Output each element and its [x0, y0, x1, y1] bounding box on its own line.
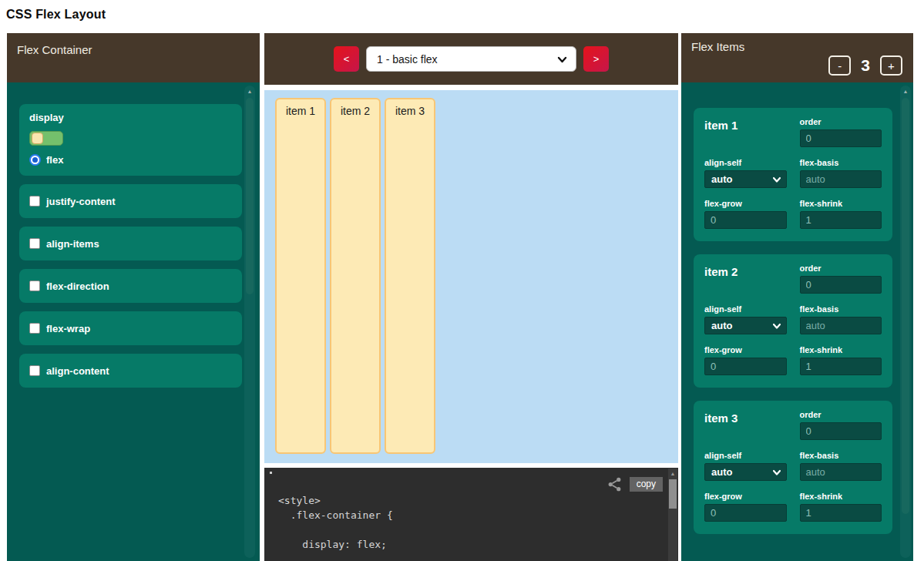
item-2-flex-grow-input[interactable] — [704, 358, 787, 375]
flex-grow-label: flex-grow — [704, 199, 787, 208]
toggle-knob — [32, 133, 43, 144]
scrollbar-thumb[interactable] — [669, 479, 677, 509]
flex-items-panel: Flex Items - 3 + item 1 order — [681, 33, 913, 561]
flex-basis-label: flex-basis — [800, 158, 882, 167]
item-1-order-input[interactable] — [800, 129, 882, 147]
flex-grow-label: flex-grow — [704, 345, 787, 354]
flex-grow-label: flex-grow — [704, 492, 787, 501]
order-label: order — [800, 410, 882, 419]
title-bar: CSS Flex Layout — [0, 0, 924, 33]
item-1-flex-basis-input[interactable] — [800, 170, 882, 188]
next-example-button[interactable]: > — [583, 46, 609, 72]
align-items-label: align-items — [46, 238, 99, 250]
scroll-up-icon[interactable]: ▲ — [900, 86, 911, 94]
align-self-value: auto — [711, 466, 732, 478]
preview-item-1: item 1 — [275, 98, 326, 454]
display-control-card: display flex — [19, 104, 242, 176]
scroll-up-icon[interactable]: ▲ — [244, 86, 255, 94]
item-2-card: item 2 order align-self auto — [694, 254, 892, 388]
property-card-align-content[interactable]: align-content — [19, 354, 242, 388]
flex-items-scrollbar[interactable]: ▲ — [900, 86, 911, 558]
flex-container-panel: Flex Container display flex justify-cont… — [7, 33, 260, 561]
bullet-dot — [270, 472, 272, 474]
main-layout: Flex Container display flex justify-cont… — [7, 33, 924, 561]
chevron-down-icon — [557, 55, 567, 65]
flex-preview-container: item 1 item 2 item 3 — [264, 90, 678, 463]
item-1-align-self-select[interactable]: auto — [704, 170, 787, 188]
justify-content-checkbox[interactable] — [29, 196, 40, 207]
prev-example-button[interactable]: < — [334, 46, 359, 72]
item-3-flex-basis-input[interactable] — [800, 463, 882, 481]
align-self-value: auto — [711, 173, 732, 185]
preview-item-3: item 3 — [385, 98, 435, 454]
scrollbar-thumb[interactable] — [246, 98, 254, 294]
display-label: display — [29, 112, 232, 123]
item-2-flex-shrink-input[interactable] — [800, 358, 882, 375]
remove-item-button[interactable]: - — [828, 55, 851, 76]
property-card-justify-content[interactable]: justify-content — [19, 184, 242, 218]
chevron-down-icon — [773, 323, 781, 330]
item-1-flex-grow-input[interactable] — [704, 211, 787, 229]
example-select-value: 1 - basic flex — [377, 53, 438, 66]
chevron-down-icon — [773, 176, 781, 183]
item-3-flex-shrink-input[interactable] — [800, 504, 882, 522]
justify-content-label: justify-content — [46, 196, 116, 207]
flex-basis-label: flex-basis — [800, 451, 882, 460]
item-3-order-input[interactable] — [800, 422, 882, 440]
flex-container-scrollbar[interactable]: ▲ — [244, 86, 255, 558]
item-1-card: item 1 order align-self auto — [694, 108, 892, 241]
item-count-stepper: - 3 + — [691, 55, 902, 76]
item-3-title: item 3 — [704, 410, 787, 440]
align-items-checkbox[interactable] — [29, 238, 40, 249]
flex-wrap-checkbox[interactable] — [29, 323, 40, 334]
example-nav-bar: < 1 - basic flex > — [264, 33, 678, 85]
align-content-checkbox[interactable] — [29, 365, 40, 376]
align-self-label: align-self — [704, 158, 787, 167]
display-toggle[interactable] — [29, 131, 63, 146]
item-1-title: item 1 — [704, 117, 787, 147]
item-1-flex-shrink-input[interactable] — [800, 211, 882, 229]
item-2-order-input[interactable] — [800, 276, 882, 294]
property-card-align-items[interactable]: align-items — [19, 227, 242, 260]
flex-wrap-label: flex-wrap — [46, 323, 90, 334]
code-panel: copy ▲ <style> .flex-container { display… — [264, 468, 678, 561]
example-select[interactable]: 1 - basic flex — [366, 46, 576, 72]
flex-shrink-label: flex-shrink — [800, 345, 882, 354]
chevron-down-icon — [773, 469, 781, 476]
scroll-up-icon[interactable]: ▲ — [668, 469, 677, 476]
flex-items-header: Flex Items - 3 + — [681, 33, 913, 82]
flex-shrink-label: flex-shrink — [800, 492, 882, 501]
item-3-flex-grow-input[interactable] — [704, 504, 787, 522]
share-icon[interactable] — [606, 476, 623, 492]
flex-direction-checkbox[interactable] — [29, 280, 40, 291]
copy-button[interactable]: copy — [630, 477, 663, 492]
order-label: order — [800, 117, 882, 126]
property-card-flex-direction[interactable]: flex-direction — [19, 269, 242, 303]
flex-radio-label: flex — [46, 154, 63, 166]
item-2-align-self-select[interactable]: auto — [704, 317, 787, 334]
order-label: order — [800, 264, 882, 273]
scrollbar-thumb[interactable] — [902, 98, 909, 514]
code-scrollbar[interactable]: ▲ — [668, 469, 677, 561]
preview-column: < 1 - basic flex > item 1 item 2 item 3 — [264, 33, 678, 561]
item-3-align-self-select[interactable]: auto — [704, 463, 787, 481]
align-self-label: align-self — [704, 451, 787, 460]
flex-direction-label: flex-direction — [46, 280, 109, 292]
property-card-flex-wrap[interactable]: flex-wrap — [19, 311, 242, 345]
flex-container-header: Flex Container — [7, 33, 260, 82]
flex-radio[interactable] — [29, 154, 41, 166]
page-title: CSS Flex Layout — [6, 8, 924, 22]
flex-shrink-label: flex-shrink — [800, 199, 882, 208]
preview-item-2: item 2 — [330, 98, 381, 454]
align-self-value: auto — [711, 320, 732, 331]
item-3-card: item 3 order align-self auto — [694, 401, 892, 534]
align-self-label: align-self — [704, 304, 787, 314]
item-2-title: item 2 — [704, 264, 787, 294]
flex-items-title: Flex Items — [691, 40, 902, 53]
flex-container-body: display flex justify-content align-item — [7, 82, 260, 561]
item-count: 3 — [861, 56, 870, 75]
item-2-flex-basis-input[interactable] — [800, 317, 882, 334]
add-item-button[interactable]: + — [880, 55, 902, 76]
flex-items-body: item 1 order align-self auto — [681, 82, 913, 561]
flex-basis-label: flex-basis — [800, 304, 882, 314]
